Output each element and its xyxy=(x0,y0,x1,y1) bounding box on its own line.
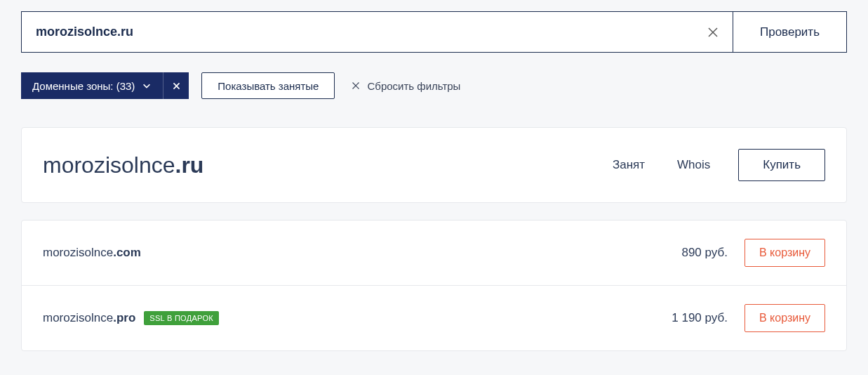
main-domain-card: morozisolnce.ru Занят Whois Купить xyxy=(21,127,847,203)
ssl-badge: SSL В ПОДАРОК xyxy=(144,311,219,325)
status-badge: Занят xyxy=(613,158,645,172)
domain-search-input[interactable] xyxy=(36,25,707,39)
price: 1 190 руб. xyxy=(672,311,728,325)
result-domain-name: morozisolnce.com xyxy=(43,246,681,260)
result-domain-name: morozisolnce.pro SSL В ПОДАРОК xyxy=(43,311,672,325)
buy-button[interactable]: Купить xyxy=(738,149,825,181)
reset-filters-label: Сбросить фильтры xyxy=(367,80,460,92)
check-button[interactable]: Проверить xyxy=(733,11,847,53)
result-row: morozisolnce.com 890 руб. В корзину xyxy=(22,221,846,286)
show-taken-button[interactable]: Показывать занятые xyxy=(201,72,335,99)
search-bar: Проверить xyxy=(21,11,847,53)
add-to-cart-button[interactable]: В корзину xyxy=(745,239,825,267)
whois-link[interactable]: Whois xyxy=(677,158,710,172)
chevron-down-icon xyxy=(142,81,152,91)
add-to-cart-button[interactable]: В корзину xyxy=(745,304,825,332)
price: 890 руб. xyxy=(681,246,728,260)
clear-search-icon[interactable] xyxy=(707,27,719,38)
filter-row: Доменные зоны: (33) Показывать занятые С… xyxy=(21,72,847,99)
reset-filters-button[interactable]: Сбросить фильтры xyxy=(352,80,460,92)
search-input-container xyxy=(21,11,733,53)
results-list: morozisolnce.com 890 руб. В корзину moro… xyxy=(21,220,847,351)
zones-dropdown[interactable]: Доменные зоны: (33) xyxy=(21,72,163,99)
zones-label: Доменные зоны: (33) xyxy=(32,80,135,92)
zones-filter: Доменные зоны: (33) xyxy=(21,72,189,99)
main-domain-name: morozisolnce.ru xyxy=(43,152,613,178)
zones-clear-icon[interactable] xyxy=(163,72,189,99)
result-row: morozisolnce.pro SSL В ПОДАРОК 1 190 руб… xyxy=(22,286,846,350)
close-icon xyxy=(352,81,360,90)
